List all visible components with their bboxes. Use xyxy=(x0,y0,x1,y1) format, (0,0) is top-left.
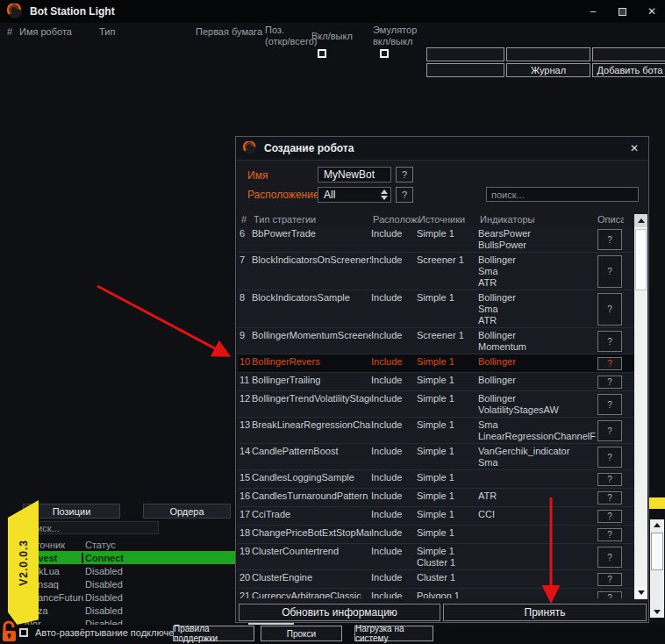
strategy-name: CciTrade xyxy=(252,509,371,524)
location-help-button[interactable]: ? xyxy=(396,187,413,203)
strategy-location: Include xyxy=(371,254,417,289)
proxy-button[interactable]: Прокси xyxy=(261,626,342,641)
strategy-desc-button[interactable]: ? xyxy=(597,293,622,326)
strategy-desc-button[interactable]: ? xyxy=(597,420,622,441)
strategy-row[interactable]: 13 BreakLinearRegressionChannel Include … xyxy=(238,418,634,444)
strategy-sources: Cluster 1 xyxy=(417,572,478,587)
auto-deploy-checkbox[interactable] xyxy=(19,628,28,637)
onoff-checkbox[interactable] xyxy=(318,49,326,58)
empty-cell-1[interactable] xyxy=(426,47,504,61)
strategy-desc-button[interactable]: ? xyxy=(597,528,622,541)
strategy-location: Include xyxy=(371,572,417,587)
bot-name-input[interactable] xyxy=(318,167,391,182)
col-header-num: # xyxy=(7,26,12,37)
strategy-indicators: Bollinger xyxy=(478,356,596,371)
strategy-row[interactable]: 20 ClusterEngine Include Cluster 1 ? xyxy=(238,570,634,589)
strategy-desc-button[interactable]: ? xyxy=(597,573,622,586)
unlock-icon[interactable] xyxy=(1,619,18,643)
journal-button[interactable]: Журнал xyxy=(506,63,590,77)
scroll-down-icon[interactable] xyxy=(650,606,664,618)
strategy-indicators: ATR xyxy=(478,490,596,505)
window-vscrollbar[interactable] xyxy=(650,519,664,618)
dialog-scroll-down-icon[interactable] xyxy=(634,586,647,599)
strategy-name: CurrencyArbitrageClassic xyxy=(252,590,371,598)
strategy-num: 8 xyxy=(238,292,252,326)
strategy-desc-button[interactable]: ? xyxy=(597,591,622,598)
strategy-location: Include xyxy=(371,419,417,442)
dialog-close-icon[interactable]: ✕ xyxy=(627,141,641,155)
strategy-row[interactable]: 7 BlockIndicatorsOnScreenerSam Include S… xyxy=(238,253,634,290)
add-bot-button[interactable]: Добавить бота xyxy=(592,63,665,77)
empty-cell-3[interactable] xyxy=(592,47,665,61)
strategy-desc-button[interactable]: ? xyxy=(597,255,622,288)
strategy-row[interactable]: 16 CandlesTurnaroundPattern Include Simp… xyxy=(238,489,634,507)
strategy-desc-button[interactable]: ? xyxy=(597,547,622,568)
strategy-num: 21 xyxy=(238,590,252,598)
dialog-scrollbar-thumb[interactable] xyxy=(635,229,647,290)
location-value: All xyxy=(324,189,335,201)
col-header-pos2: (откр/всего) xyxy=(265,36,317,47)
minimize-button[interactable]: – xyxy=(585,4,601,18)
strategy-row[interactable]: 19 ClusterCountertrend Include Simple 1C… xyxy=(238,544,634,570)
strategy-row[interactable]: 21 CurrencyArbitrageClassic Include Poly… xyxy=(238,589,634,598)
spinner-icon[interactable] xyxy=(381,190,388,200)
strategy-location: Include xyxy=(371,509,417,524)
scrollbar-thumb[interactable] xyxy=(651,533,663,570)
strategy-name: ClusterEngine xyxy=(252,572,371,587)
dialog-vscrollbar[interactable] xyxy=(634,214,647,599)
strategy-location: Include xyxy=(371,292,417,326)
location-dropdown[interactable]: All xyxy=(318,187,391,203)
strategy-row[interactable]: 15 CandlesLoggingSample Include Simple 1… xyxy=(238,470,634,489)
system-load-button[interactable]: Нагрузка на систему xyxy=(354,626,433,641)
dialog-scroll-up-icon[interactable] xyxy=(634,214,647,227)
strategy-row[interactable]: 11 BollingerTrailing Include Simple 1 Bo… xyxy=(238,373,634,391)
col-header-type: Тип xyxy=(99,26,115,37)
strategy-location: Include xyxy=(371,446,417,469)
empty-cell-4[interactable] xyxy=(426,63,504,77)
strategy-desc-button[interactable]: ? xyxy=(597,229,622,250)
strategy-row[interactable]: 6 BbPowerTrade Include Simple 1 BearsPow… xyxy=(238,226,634,253)
strategy-indicators: BearsPowerBullsPower xyxy=(478,228,596,251)
strategy-row[interactable]: 10 BollingerRevers Include Simple 1 Boll… xyxy=(238,354,634,373)
sources-search-input[interactable] xyxy=(22,521,159,534)
strategy-row[interactable]: 18 ChangePriceBotExtStopMarket Include S… xyxy=(238,526,634,544)
strategy-indicators xyxy=(478,590,596,598)
strategy-desc-button[interactable]: ? xyxy=(597,376,622,389)
strategy-sources: Simple 1 xyxy=(417,490,478,505)
strategy-desc-button[interactable]: ? xyxy=(597,473,622,486)
scroll-up-icon[interactable] xyxy=(650,519,664,531)
strategy-desc-button[interactable]: ? xyxy=(597,510,622,523)
refresh-info-button[interactable]: Обновить информацию xyxy=(239,604,440,621)
strategy-indicators: BollingerSmaATR xyxy=(478,292,596,326)
strategy-row[interactable]: 14 CandlePatternBoost Include Simple 1 V… xyxy=(238,444,634,470)
strategy-name: BlockIndicatorsSample xyxy=(252,292,371,326)
strategy-num: 14 xyxy=(238,446,252,469)
strategy-indicators xyxy=(478,546,596,569)
strategy-name: BollingerMomentumScreener xyxy=(252,330,371,353)
strategy-desc-button[interactable]: ? xyxy=(597,447,622,468)
strategy-desc-button[interactable]: ? xyxy=(597,491,622,504)
maximize-button[interactable] xyxy=(619,8,626,16)
strategy-search-input[interactable] xyxy=(486,187,639,202)
emulator-checkbox[interactable] xyxy=(380,49,389,58)
strategy-desc-button[interactable]: ? xyxy=(597,357,622,370)
strategy-row[interactable]: 9 BollingerMomentumScreener Include Scre… xyxy=(238,328,634,354)
name-help-button[interactable]: ? xyxy=(396,167,413,182)
strategy-sources: Simple 1 xyxy=(417,446,478,469)
strat-col-location: Расположи xyxy=(373,214,418,225)
strategy-name: BollingerRevers xyxy=(252,356,371,371)
accept-button[interactable]: Принять xyxy=(443,604,647,621)
strategy-indicators xyxy=(478,472,596,487)
strategy-row[interactable]: 8 BlockIndicatorsSample Include Simple 1… xyxy=(238,290,634,328)
strategy-row[interactable]: 17 CciTrade Include Simple 1 CCI ? xyxy=(238,507,634,526)
strategy-location: Include xyxy=(371,527,417,542)
strategy-row[interactable]: 12 BollingerTrendVolatilityStagesFil Inc… xyxy=(238,391,634,418)
strategy-desc-button[interactable]: ? xyxy=(597,394,622,415)
strategy-indicators: BollingerSmaATR xyxy=(478,254,596,289)
support-rules-button[interactable]: Правила поддержки xyxy=(173,626,254,641)
close-button[interactable]: ✕ xyxy=(644,4,660,18)
empty-cell-2[interactable] xyxy=(506,47,590,61)
tab-orders[interactable]: Ордера xyxy=(143,504,231,519)
strategy-num: 6 xyxy=(238,228,252,251)
strategy-desc-button[interactable]: ? xyxy=(597,331,622,352)
